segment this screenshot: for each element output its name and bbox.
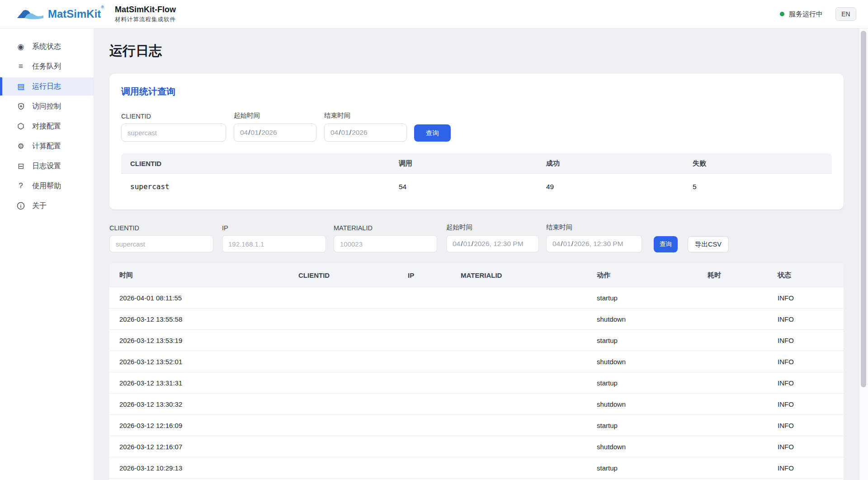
mountain-logo-icon (16, 5, 44, 23)
log-cell-action: startup (597, 379, 708, 387)
app-title-block: MatSimKit-Flow 材料计算流程集成软件 (115, 5, 176, 24)
stats-col-clientid: CLIENTID (130, 160, 399, 167)
journal-icon: ⊟ (15, 162, 26, 171)
log-cell-status: INFO (778, 315, 844, 323)
sidebar-item-log-settings[interactable]: ⊟ 日志设置 (0, 157, 94, 175)
filter-clientid-field: CLIENTID (109, 224, 213, 252)
stats-col-calls: 调用 (399, 159, 546, 168)
sidebar-item-label: 使用帮助 (32, 181, 61, 191)
stats-start-date-field: 起始时间 04/01/2026 (234, 111, 316, 142)
stats-table: CLIENTID 调用 成功 失败 supercast 54 49 5 (121, 153, 832, 200)
sidebar-item-label: 日志设置 (32, 162, 61, 171)
log-cell-time: 2026-03-12 12:16:09 (119, 422, 298, 429)
stats-end-date-input[interactable]: 04/01/2026 (324, 124, 407, 142)
filter-end-datetime-input[interactable]: 04/01/2026, 12:30 PM (546, 235, 642, 252)
log-cell-status: INFO (778, 422, 844, 429)
sidebar-item-label: 计算配置 (32, 142, 61, 151)
stats-cell-clientid: supercast (130, 182, 399, 191)
filter-materialid-label: MATERIALID (334, 224, 437, 232)
sidebar-item-access-control[interactable]: 访问控制 (0, 97, 94, 115)
sidebar-item-compute-config[interactable]: ⚙ 计算配置 (0, 137, 94, 155)
sidebar-item-help[interactable]: ? 使用帮助 (0, 177, 94, 195)
sidebar-item-about[interactable]: 关于 (0, 197, 94, 215)
page-title: 运行日志 (109, 42, 844, 60)
run-logs-icon: ▤ (15, 82, 26, 91)
log-table-row: 2026-03-12 13:55:58 shutdown INFO (109, 308, 844, 329)
log-table-row: 2026-03-12 13:53:19 startup INFO (109, 329, 844, 351)
log-cell-status: INFO (778, 337, 844, 344)
sidebar-item-label: 对接配置 (32, 122, 61, 131)
filter-end-datetime-label: 结束时间 (546, 223, 642, 232)
log-cell-action: shutdown (597, 443, 708, 451)
log-cell-action: shutdown (597, 315, 708, 323)
log-cell-status: INFO (778, 443, 844, 451)
log-cell-status: INFO (778, 294, 844, 302)
log-cell-time: 2026-04-01 08:11:55 (119, 294, 298, 302)
filter-start-datetime-field: 起始时间 04/01/2026, 12:30 PM (446, 223, 539, 252)
page-scrollbar-thumb[interactable] (861, 31, 866, 387)
registered-mark: ® (101, 5, 104, 10)
brand-logo: MatSimKit® (16, 5, 104, 23)
log-cell-action: startup (597, 337, 708, 344)
stats-end-date-field: 结束时间 04/01/2026 (324, 111, 407, 142)
sidebar-item-label: 访问控制 (32, 102, 61, 111)
filter-ip-field: IP (222, 224, 326, 252)
app-title: MatSimKit-Flow (115, 5, 176, 14)
log-cell-action: startup (597, 464, 708, 472)
log-cell-status: INFO (778, 400, 844, 408)
log-table-row: 2026-03-12 13:52:01 shutdown INFO (109, 351, 844, 372)
filter-clientid-input[interactable] (109, 235, 213, 252)
sidebar-item-label: 系统状态 (32, 42, 61, 52)
log-col-materialid: MATERIALID (461, 271, 597, 279)
log-query-button[interactable]: 查询 (654, 236, 678, 252)
log-table-row: 2026-03-12 10:29:13 startup INFO (109, 457, 844, 478)
stats-cell-calls: 54 (399, 183, 546, 191)
filter-ip-label: IP (222, 224, 326, 232)
brand-wordmark: MatSimKit® (48, 8, 104, 20)
log-table-row-partial (109, 478, 844, 480)
log-cell-time: 2026-03-12 13:53:19 (119, 337, 298, 344)
filter-materialid-field: MATERIALID (334, 224, 437, 252)
stats-clientid-label: CLIENTID (121, 113, 226, 120)
log-cell-status: INFO (778, 358, 844, 366)
export-csv-button[interactable]: 导出CSV (688, 236, 729, 252)
service-status-text: 服务运行中 (789, 10, 823, 19)
sidebar-item-integration-config[interactable]: 对接配置 (0, 117, 94, 135)
stats-clientid-input[interactable] (121, 124, 226, 142)
filter-materialid-input[interactable] (334, 235, 437, 252)
call-stats-card-title: 调用统计查询 (121, 86, 832, 98)
log-cell-action: startup (597, 294, 708, 302)
log-cell-time: 2026-03-12 13:55:58 (119, 315, 298, 323)
language-toggle-button[interactable]: EN (835, 7, 856, 21)
log-table-row: 2026-04-01 08:11:55 startup INFO (109, 287, 844, 308)
log-cell-time: 2026-03-12 12:16:07 (119, 443, 298, 451)
stats-start-date-input[interactable]: 04/01/2026 (234, 124, 316, 142)
page-scrollbar-track (859, 29, 868, 480)
filter-ip-input[interactable] (222, 235, 326, 252)
log-cell-time: 2026-03-12 13:30:32 (119, 400, 298, 408)
gear-icon: ⚙ (15, 142, 26, 151)
sidebar-item-label: 任务队列 (32, 62, 61, 71)
sidebar: ◉ 系统状态 ≡ 任务队列 ▤ 运行日志 访问控制 对接配置 (0, 29, 94, 480)
filter-start-datetime-label: 起始时间 (446, 223, 539, 232)
service-status-dot-icon (780, 12, 784, 16)
sidebar-item-run-logs[interactable]: ▤ 运行日志 (0, 77, 94, 95)
filter-end-datetime-field: 结束时间 04/01/2026, 12:30 PM (546, 223, 642, 252)
log-col-status: 状态 (778, 271, 844, 280)
stats-table-row: supercast 54 49 5 (121, 173, 832, 200)
log-cell-time: 2026-03-12 13:31:31 (119, 379, 298, 387)
filter-start-datetime-input[interactable]: 04/01/2026, 12:30 PM (446, 235, 539, 252)
question-mark-icon: ? (15, 181, 26, 190)
shield-plus-icon (15, 102, 26, 111)
log-table-header: 时间 CLIENTID IP MATERIALID 动作 耗时 状态 (109, 263, 844, 287)
sidebar-item-task-queue[interactable]: ≡ 任务队列 (0, 57, 94, 76)
log-cell-time: 2026-03-12 13:52:01 (119, 358, 298, 366)
sidebar-item-system-status[interactable]: ◉ 系统状态 (0, 38, 94, 56)
stats-cell-success: 49 (546, 183, 693, 191)
stats-query-button[interactable]: 查询 (414, 124, 451, 142)
log-table: 时间 CLIENTID IP MATERIALID 动作 耗时 状态 2026-… (109, 263, 844, 480)
task-queue-icon: ≡ (15, 62, 26, 71)
log-cell-action: startup (597, 422, 708, 429)
stats-col-failed: 失败 (693, 159, 832, 168)
app-header: MatSimKit® MatSimKit-Flow 材料计算流程集成软件 服务运… (0, 0, 868, 29)
